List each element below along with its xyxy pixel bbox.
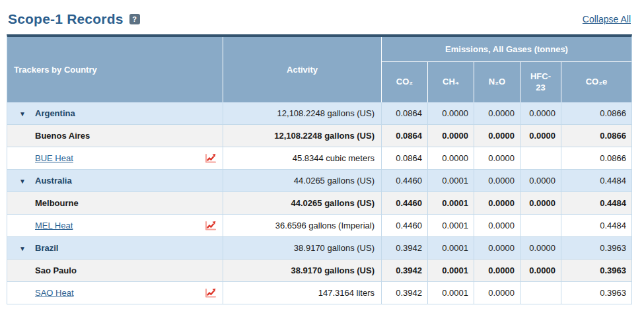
country-row: ▼Brazil 38.9170 gallons (US) 0.3942 0.00… <box>7 237 631 260</box>
tracker-row: ▼SAO Heat 147.3164 liters 0.3942 0.0001 … <box>7 282 631 304</box>
tracker-row: ▼BUE Heat 45.8344 cubic meters 0.0864 0.… <box>7 147 631 170</box>
gas-value-hfc-23: 0.0000 <box>520 192 561 215</box>
gas-value-co2: 0.0864 <box>381 147 427 170</box>
chart-icon[interactable] <box>204 153 217 164</box>
gas-value-co2e: 0.3963 <box>561 282 631 304</box>
city-name: Melbourne <box>35 198 79 208</box>
gas-value-n2o: 0.0000 <box>474 260 520 282</box>
activity-value: 38.9170 gallons (US) <box>223 260 381 282</box>
gas-value-ch4: 0.0001 <box>427 215 474 237</box>
gas-value-n2o: 0.0000 <box>474 282 520 304</box>
gas-value-co2e: 0.3963 <box>561 260 631 282</box>
activity-value: 36.6596 gallons (Imperial) <box>223 215 381 237</box>
gas-value-co2e: 0.0866 <box>561 102 631 125</box>
gas-value-hfc-23: 0.0000 <box>520 102 561 125</box>
gas-value-co2e: 0.0866 <box>561 125 631 147</box>
activity-value: 12,108.2248 gallons (US) <box>223 125 381 147</box>
country-name: Argentina <box>35 108 75 118</box>
title-wrap: Scope-1 Records ? <box>8 11 140 27</box>
gas-value-n2o: 0.0000 <box>474 170 520 192</box>
name-cell: ▼MEL Heat <box>7 215 223 237</box>
activity-value: 45.8344 cubic meters <box>223 147 381 170</box>
gas-value-co2e: 0.3963 <box>561 237 631 260</box>
city-name: Buenos Aires <box>35 131 90 141</box>
activity-value: 147.3164 liters <box>223 282 381 304</box>
gas-value-n2o: 0.0000 <box>474 237 520 260</box>
table-body: ▼Argentina 12,108.2248 gallons (US) 0.08… <box>7 102 631 304</box>
page-title: Scope-1 Records <box>8 11 124 27</box>
gas-value-co2e: 0.4484 <box>561 192 631 215</box>
column-header-co2e: CO₂e <box>561 61 631 102</box>
name-cell: ▼BUE Heat <box>7 147 223 170</box>
gas-value-co2: 0.3942 <box>381 282 427 304</box>
gas-value-hfc-23 <box>520 215 561 237</box>
gas-value-n2o: 0.0000 <box>474 192 520 215</box>
tracker-link[interactable]: MEL Heat <box>35 221 73 230</box>
collapse-all-link[interactable]: Collapse All <box>583 14 631 24</box>
gas-value-co2: 0.3942 <box>381 237 427 260</box>
gas-value-ch4: 0.0001 <box>427 260 474 282</box>
gas-value-n2o: 0.0000 <box>474 215 520 237</box>
activity-value: 44.0265 gallons (US) <box>223 170 381 192</box>
city-row: ▼Melbourne 44.0265 gallons (US) 0.4460 0… <box>7 192 631 215</box>
column-header-activity: Activity <box>223 37 381 102</box>
name-cell: ▼Melbourne <box>7 192 223 215</box>
column-header-n2o: N₂O <box>474 61 520 102</box>
gas-value-hfc-23 <box>520 147 561 170</box>
table-header: Trackers by Country Activity Emissions, … <box>7 37 631 102</box>
tracker-link[interactable]: SAO Heat <box>35 288 74 298</box>
gas-value-ch4: 0.0000 <box>427 102 474 125</box>
gas-value-n2o: 0.0000 <box>474 147 520 170</box>
gas-value-hfc-23 <box>520 282 561 304</box>
gas-value-ch4: 0.0001 <box>427 237 474 260</box>
gas-value-hfc-23: 0.0000 <box>520 237 561 260</box>
tracker-row: ▼MEL Heat 36.6596 gallons (Imperial) 0.4… <box>7 215 631 237</box>
collapse-toggle-icon[interactable]: ▼ <box>19 110 35 118</box>
gas-value-co2: 0.3942 <box>381 260 427 282</box>
activity-value: 12,108.2248 gallons (US) <box>223 102 381 125</box>
gas-value-n2o: 0.0000 <box>474 125 520 147</box>
gas-value-ch4: 0.0001 <box>427 170 474 192</box>
gas-value-hfc-23: 0.0000 <box>520 125 561 147</box>
activity-value: 44.0265 gallons (US) <box>223 192 381 215</box>
gas-value-co2: 0.4460 <box>381 192 427 215</box>
gas-value-hfc-23: 0.0000 <box>520 170 561 192</box>
chart-icon[interactable] <box>204 220 217 231</box>
tracker-link[interactable]: BUE Heat <box>35 153 73 163</box>
activity-value: 38.9170 gallons (US) <box>223 237 381 260</box>
country-name: Brazil <box>35 243 58 253</box>
records-table: Trackers by Country Activity Emissions, … <box>7 34 632 304</box>
gas-value-ch4: 0.0000 <box>427 147 474 170</box>
gas-value-ch4: 0.0001 <box>427 192 474 215</box>
country-row: ▼Australia 44.0265 gallons (US) 0.4460 0… <box>7 170 631 192</box>
gas-value-co2e: 0.0866 <box>561 147 631 170</box>
city-row: ▼Sao Paulo 38.9170 gallons (US) 0.3942 0… <box>7 260 631 282</box>
gas-value-co2: 0.0864 <box>381 102 427 125</box>
help-icon[interactable]: ? <box>129 14 140 24</box>
country-name: Australia <box>35 176 72 186</box>
name-cell: ▼Brazil <box>7 237 223 260</box>
gas-value-ch4: 0.0001 <box>427 282 474 304</box>
gas-value-n2o: 0.0000 <box>474 102 520 125</box>
gas-value-co2e: 0.4484 <box>561 170 631 192</box>
city-name: Sao Paulo <box>35 265 77 275</box>
header-bar: Scope-1 Records ? Collapse All <box>7 0 632 34</box>
gas-value-co2e: 0.4484 <box>561 215 631 237</box>
column-header-hfc-23: HFC-23 <box>520 61 561 102</box>
chart-icon[interactable] <box>204 287 217 298</box>
name-cell: ▼SAO Heat <box>7 282 223 304</box>
page: Scope-1 Records ? Collapse All Trackers … <box>0 0 644 304</box>
name-cell: ▼Australia <box>7 170 223 192</box>
gas-value-hfc-23: 0.0000 <box>520 260 561 282</box>
name-cell: ▼Argentina <box>7 102 223 125</box>
name-cell: ▼Buenos Aires <box>7 125 223 147</box>
column-header-co2: CO₂ <box>381 61 427 102</box>
city-row: ▼Buenos Aires 12,108.2248 gallons (US) 0… <box>7 125 631 147</box>
collapse-toggle-icon[interactable]: ▼ <box>19 245 35 252</box>
collapse-toggle-icon[interactable]: ▼ <box>19 178 35 185</box>
column-header-emissions-group: Emissions, All Gases (tonnes) <box>381 37 631 61</box>
column-header-trackers-by-country: Trackers by Country <box>7 37 223 102</box>
column-header-ch4: CH₄ <box>427 61 474 102</box>
gas-value-co2: 0.0864 <box>381 125 427 147</box>
name-cell: ▼Sao Paulo <box>7 260 223 282</box>
